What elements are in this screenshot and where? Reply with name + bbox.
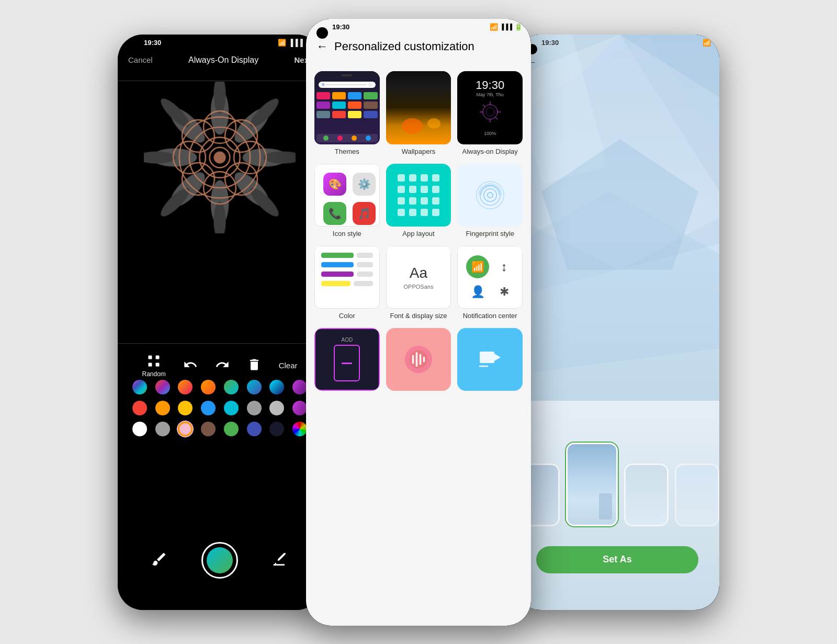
wallpapers-tile[interactable]: Wallpapers bbox=[386, 71, 451, 157]
ringtone-preview bbox=[386, 328, 451, 391]
font-label: Font & display size bbox=[390, 312, 447, 322]
camera-punch-hole bbox=[130, 44, 141, 54]
color-swatch[interactable] bbox=[269, 422, 284, 436]
delete-btn[interactable] bbox=[247, 357, 262, 374]
phone-3: 19:30 📶 ← bbox=[515, 35, 719, 610]
icon-style-tile[interactable]: 🎨 ⚙️ 📞 🎵 Icon style bbox=[314, 164, 380, 240]
fingerprint-tile[interactable]: Fingerprint style bbox=[457, 164, 523, 240]
color-swatch[interactable] bbox=[132, 380, 147, 394]
status-time: 19:30 bbox=[541, 39, 559, 47]
app-layout-preview bbox=[386, 164, 451, 227]
color-swatch-custom[interactable] bbox=[292, 422, 307, 436]
status-time: 19:30 bbox=[144, 39, 161, 47]
color-swatch-selected[interactable] bbox=[178, 422, 193, 436]
phone-2-status-bar: 19:30 📶 ▐▐▐ 🔋 bbox=[306, 19, 531, 33]
svg-rect-51 bbox=[480, 352, 494, 363]
phones-container: 19:30 📶 ▐▐▐ 🔋 Cancel Always-On Display N… bbox=[0, 0, 837, 644]
svg-line-40 bbox=[495, 117, 497, 119]
set-as-label: Set As bbox=[603, 554, 631, 565]
wallpapers-label: Wallpapers bbox=[402, 148, 436, 157]
header-divider bbox=[118, 81, 322, 81]
wallpaper-thumb-selected[interactable] bbox=[566, 443, 618, 526]
color-swatch[interactable] bbox=[224, 401, 239, 415]
p2-tile-grid: G bbox=[314, 71, 523, 391]
ringtone-tile[interactable] bbox=[386, 328, 451, 391]
clear-label[interactable]: Clear bbox=[279, 361, 298, 370]
aod-small-tile[interactable]: AOD bbox=[314, 328, 380, 391]
aod-label: Always-on Display bbox=[462, 148, 518, 157]
color-swatch[interactable] bbox=[201, 401, 216, 415]
color-swatch[interactable] bbox=[155, 401, 170, 415]
themes-label: Themes bbox=[335, 148, 359, 157]
redo-btn[interactable] bbox=[215, 357, 230, 374]
color-swatch[interactable] bbox=[132, 401, 147, 415]
icon-preview-3: 📞 bbox=[323, 202, 346, 225]
color-row-2 bbox=[118, 401, 322, 415]
color-swatch[interactable] bbox=[224, 422, 239, 436]
svg-point-9 bbox=[246, 95, 282, 130]
video-tile[interactable] bbox=[457, 328, 523, 391]
color-swatch[interactable] bbox=[247, 380, 262, 394]
effects-icon[interactable] bbox=[272, 551, 289, 570]
svg-rect-31 bbox=[149, 363, 152, 366]
signal-icon: ▐▐▐ bbox=[288, 39, 303, 47]
p3-header: ← bbox=[515, 55, 719, 69]
cancel-button[interactable]: Cancel bbox=[128, 55, 153, 64]
color-swatch[interactable] bbox=[224, 380, 239, 394]
set-as-button[interactable]: Set As bbox=[536, 546, 698, 573]
wallpaper-thumb-3[interactable] bbox=[675, 464, 719, 526]
icon-preview-1: 🎨 bbox=[323, 173, 346, 196]
svg-rect-30 bbox=[156, 355, 160, 359]
notification-preview: 📶 ↕ 👤 ✱ bbox=[457, 246, 523, 309]
wallpaper-preview-row bbox=[515, 443, 719, 526]
font-tile[interactable]: Aa OPPOSans Font & display size bbox=[386, 246, 451, 322]
phone-2-screen: 19:30 📶 ▐▐▐ 🔋 ← Personalized customizati… bbox=[306, 19, 531, 626]
undo-btn[interactable] bbox=[183, 357, 198, 374]
color-swatch[interactable] bbox=[269, 380, 284, 394]
wifi-notif-icon: 📶 bbox=[466, 255, 489, 278]
color-swatch[interactable] bbox=[269, 401, 284, 415]
color-swatch[interactable] bbox=[155, 380, 170, 394]
svg-rect-32 bbox=[156, 363, 160, 366]
color-tile[interactable]: Color bbox=[314, 246, 380, 322]
color-swatch[interactable] bbox=[201, 380, 216, 394]
status-icons-3: 📶 bbox=[703, 39, 711, 47]
color-row-3 bbox=[118, 422, 322, 436]
app-layout-label: App layout bbox=[402, 230, 434, 240]
color-swatch[interactable] bbox=[247, 422, 262, 436]
random-btn[interactable]: Random bbox=[142, 354, 165, 378]
aod-small-preview: AOD bbox=[314, 328, 380, 391]
color-swatch[interactable] bbox=[292, 380, 307, 394]
main-btn-inner bbox=[207, 547, 233, 573]
color-swatch[interactable] bbox=[155, 422, 170, 436]
icon-preview-4: 🎵 bbox=[353, 202, 376, 225]
back-arrow[interactable]: ← bbox=[316, 40, 328, 53]
color-swatch[interactable] bbox=[178, 380, 193, 394]
svg-line-39 bbox=[483, 105, 485, 107]
svg-rect-47 bbox=[412, 355, 414, 364]
svg-marker-52 bbox=[494, 354, 501, 361]
notification-tile[interactable]: 📶 ↕ 👤 ✱ Notification center bbox=[457, 246, 523, 322]
brush-icon[interactable] bbox=[151, 551, 167, 570]
svg-point-15 bbox=[157, 95, 193, 130]
phone-2: 19:30 📶 ▐▐▐ 🔋 ← Personalized customizati… bbox=[306, 19, 531, 626]
color-swatch[interactable] bbox=[201, 422, 216, 436]
svg-rect-29 bbox=[149, 355, 152, 359]
wallpaper-preview bbox=[386, 71, 451, 144]
app-layout-tile[interactable]: App layout bbox=[386, 164, 451, 240]
preview-button[interactable] bbox=[201, 542, 238, 579]
wifi-icon-3: 📶 bbox=[703, 39, 711, 47]
phone-1-screen: 19:30 📶 ▐▐▐ 🔋 Cancel Always-On Display N… bbox=[118, 35, 322, 610]
color-row-1 bbox=[118, 380, 322, 394]
color-swatch[interactable] bbox=[178, 401, 193, 415]
wallpaper-thumb-2[interactable] bbox=[624, 464, 669, 526]
themes-tile[interactable]: G bbox=[314, 71, 380, 157]
aod-tile[interactable]: 19:30 May 7th, Thu bbox=[457, 71, 523, 157]
svg-point-11 bbox=[246, 184, 282, 220]
icon-style-label: Icon style bbox=[333, 230, 361, 240]
wifi-icon-2: 📶 bbox=[490, 23, 498, 31]
color-swatch[interactable] bbox=[247, 401, 262, 415]
phone-3-status-bar: 19:30 📶 bbox=[515, 35, 719, 49]
color-swatch[interactable] bbox=[132, 422, 147, 436]
color-swatch[interactable] bbox=[292, 401, 307, 415]
